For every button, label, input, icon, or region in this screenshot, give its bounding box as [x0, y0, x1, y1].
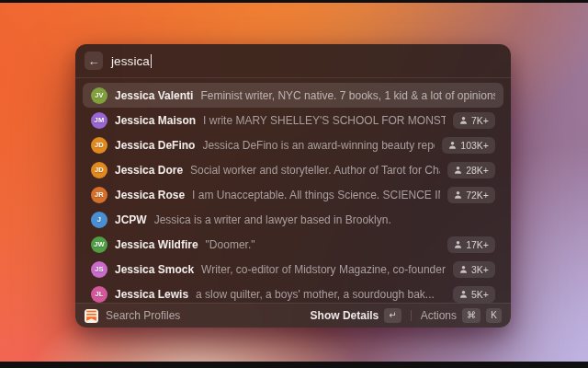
- profile-name: Jessica Lewis: [115, 288, 188, 301]
- search-bar: ← jessica: [75, 44, 511, 77]
- avatar: JV: [91, 87, 107, 104]
- search-query-text: jessica: [111, 54, 150, 68]
- person-icon: [459, 116, 468, 125]
- substack-logo-icon: [85, 309, 98, 323]
- search-palette-window: ← jessica JV Jessica Valenti Feminist wr…: [75, 44, 511, 328]
- primary-action-hint[interactable]: Show Details ↵: [311, 308, 401, 323]
- return-key-icon: ↵: [384, 308, 401, 323]
- source-label: Search Profiles: [106, 309, 303, 322]
- followers-badge: 28K+: [447, 162, 495, 178]
- footer-separator: [411, 310, 412, 321]
- person-icon: [459, 265, 468, 274]
- profile-name: Jessica Wildfire: [115, 238, 198, 251]
- followers-count: 5K+: [471, 289, 489, 300]
- profile-description: Writer, co-editor of Midstory Magazine, …: [201, 263, 446, 276]
- profile-result-row[interactable]: JM Jessica Maison I write MARY SHELLEY'S…: [83, 108, 503, 132]
- profile-description: I write MARY SHELLEY'S SCHOOL FOR MONSTE…: [203, 114, 446, 127]
- k-key-icon: K: [486, 308, 502, 323]
- person-icon: [454, 190, 462, 200]
- avatar: JD: [91, 162, 107, 178]
- avatar: JM: [91, 112, 107, 129]
- person-icon: [459, 290, 468, 299]
- profile-result-row[interactable]: JS Jessica Smock Writer, co-editor of Mi…: [83, 257, 503, 282]
- command-key-icon: ⌘: [462, 308, 481, 323]
- profile-name: Jessica Dore: [115, 164, 183, 177]
- profile-result-row[interactable]: JD Jessica Dore Social worker and storyt…: [83, 157, 503, 182]
- profile-description: Feminist writer, NYC native. 7 books, 1 …: [200, 89, 495, 102]
- person-icon: [454, 240, 462, 249]
- profile-result-row[interactable]: J JCPW Jessica is a writer and lawyer ba…: [83, 207, 503, 232]
- profile-description: Jessica DeFino is an award-winning beaut…: [202, 139, 435, 152]
- followers-count: 3K+: [471, 264, 489, 275]
- avatar: JR: [91, 187, 107, 203]
- person-icon: [454, 166, 462, 175]
- profile-description: Social worker and storyteller. Author of…: [190, 164, 440, 177]
- avatar: JD: [91, 137, 107, 154]
- profile-result-row[interactable]: JV Jessica Valenti Feminist writer, NYC …: [83, 83, 503, 108]
- actions-label: Actions: [421, 309, 457, 322]
- followers-count: 103K+: [460, 140, 489, 151]
- results-list: JV Jessica Valenti Feminist writer, NYC …: [75, 78, 511, 303]
- profile-description: Jessica is a writer and lawyer based in …: [154, 213, 495, 226]
- avatar: J: [91, 212, 107, 228]
- followers-badge: 5K+: [453, 286, 495, 303]
- letterbox-top: [0, 0, 588, 3]
- footer-bar: Search Profiles Show Details ↵ Actions ⌘…: [75, 303, 511, 328]
- show-details-label: Show Details: [311, 309, 379, 322]
- followers-count: 72K+: [466, 190, 489, 201]
- letterbox-bottom: [0, 362, 588, 368]
- profile-result-row[interactable]: JD Jessica DeFino Jessica DeFino is an a…: [83, 132, 503, 157]
- profile-description: "Doomer.": [206, 238, 441, 251]
- person-icon: [448, 141, 457, 150]
- followers-count: 7K+: [471, 115, 489, 126]
- followers-badge: 3K+: [453, 261, 495, 278]
- followers-badge: 72K+: [447, 187, 495, 203]
- followers-badge: 7K+: [453, 112, 495, 129]
- profile-name: Jessica DeFino: [115, 139, 195, 152]
- text-caret: [151, 54, 153, 68]
- followers-badge: 17K+: [447, 236, 495, 253]
- profile-name: JCPW: [115, 213, 147, 226]
- profile-description: I am Unacceptable. All things Science. S…: [192, 189, 440, 201]
- actions-hint[interactable]: Actions ⌘ K: [421, 308, 502, 323]
- followers-badge: 103K+: [442, 137, 495, 154]
- profile-name: Jessica Rose: [115, 189, 185, 201]
- profile-result-row[interactable]: JL Jessica Lewis a slow quilter, a boys'…: [83, 282, 503, 303]
- back-arrow-icon: ←: [88, 55, 100, 67]
- followers-count: 17K+: [466, 239, 489, 250]
- followers-count: 28K+: [466, 165, 489, 176]
- avatar: JS: [91, 261, 107, 278]
- back-button[interactable]: ←: [85, 52, 103, 70]
- profile-result-row[interactable]: JW Jessica Wildfire "Doomer." 17K+: [83, 232, 503, 257]
- profile-name: Jessica Smock: [115, 263, 194, 276]
- profile-description: a slow quilter, a boys' mother, a sourdo…: [196, 288, 446, 301]
- profile-result-row[interactable]: JR Jessica Rose I am Unacceptable. All t…: [83, 182, 503, 207]
- avatar: JW: [91, 236, 107, 253]
- profile-name: Jessica Maison: [115, 114, 196, 127]
- profile-name: Jessica Valenti: [115, 89, 193, 102]
- avatar: JL: [91, 286, 107, 303]
- search-input[interactable]: jessica: [111, 54, 152, 68]
